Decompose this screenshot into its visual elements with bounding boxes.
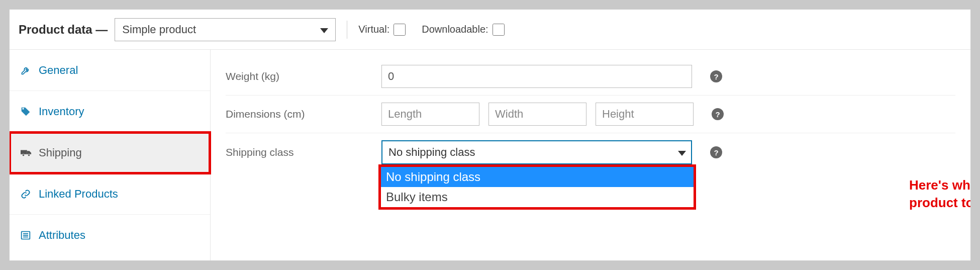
shipping-class-select[interactable]: No shipping class No shipping class Bulk… [381, 140, 692, 164]
downloadable-checkbox-wrap[interactable]: Downloadable: [422, 24, 504, 36]
panel-title: Product data — [19, 23, 108, 37]
svg-rect-1 [21, 150, 27, 154]
tag-icon [21, 107, 32, 117]
downloadable-checkbox[interactable] [493, 24, 505, 36]
divider [347, 21, 347, 39]
help-icon[interactable]: ? [712, 108, 724, 120]
panel-header: Product data — Simple product Virtual: D… [10, 10, 970, 50]
sidebar-item-inventory[interactable]: Inventory [10, 91, 210, 132]
shipping-class-label: Shipping class [226, 146, 381, 158]
weight-input[interactable] [381, 65, 692, 88]
product-type-select[interactable]: Simple product [115, 18, 336, 41]
shipping-class-selected[interactable]: No shipping class [381, 140, 692, 164]
dimensions-field-area: ? [381, 103, 724, 126]
sidebar-item-general[interactable]: General [10, 50, 210, 91]
dimensions-row: Dimensions (cm) ? [226, 96, 955, 133]
virtual-checkbox[interactable] [394, 24, 406, 36]
chevron-down-icon [678, 146, 686, 159]
virtual-checkbox-wrap[interactable]: Virtual: [358, 24, 406, 36]
width-input[interactable] [488, 103, 586, 126]
link-icon [21, 189, 32, 199]
product-data-panel: Product data — Simple product Virtual: D… [9, 9, 971, 261]
sidebar-item-label: Shipping [39, 146, 82, 159]
sidebar-item-label: Attributes [39, 229, 85, 242]
panel-body: General Inventory Shipping Linked Produc… [10, 50, 970, 260]
product-type-value: Simple product [122, 23, 196, 36]
sidebar-item-linked-products[interactable]: Linked Products [10, 173, 210, 215]
shipping-class-row: Shipping class No shipping class No ship… [226, 133, 955, 171]
annotation-text: Here's where you can assign a product to… [909, 176, 971, 212]
sidebar: General Inventory Shipping Linked Produc… [10, 50, 211, 260]
length-input[interactable] [381, 103, 479, 126]
sidebar-item-label: Linked Products [39, 188, 118, 201]
downloadable-label: Downloadable: [422, 24, 488, 35]
content-area: Weight (kg) ? Dimensions (cm) ? Shipping… [211, 50, 970, 260]
dimensions-label: Dimensions (cm) [226, 108, 381, 120]
help-icon[interactable]: ? [710, 146, 722, 158]
shipping-class-option[interactable]: No shipping class [381, 167, 694, 187]
weight-row: Weight (kg) ? [226, 62, 955, 96]
svg-point-3 [28, 154, 30, 156]
sidebar-item-label: General [39, 64, 78, 77]
chevron-down-icon [320, 23, 328, 36]
sidebar-item-attributes[interactable]: Attributes [10, 215, 210, 256]
virtual-label: Virtual: [358, 24, 389, 35]
svg-marker-0 [320, 28, 328, 33]
height-input[interactable] [596, 103, 694, 126]
shipping-class-option[interactable]: Bulky items [381, 187, 694, 207]
svg-marker-8 [678, 151, 686, 156]
shipping-class-value: No shipping class [388, 146, 475, 159]
weight-field-area: ? [381, 65, 722, 88]
sidebar-item-shipping[interactable]: Shipping [10, 132, 210, 173]
svg-point-2 [22, 154, 24, 156]
truck-icon [21, 149, 32, 157]
weight-label: Weight (kg) [226, 70, 381, 82]
shipping-class-dropdown: No shipping class Bulky items [378, 164, 696, 210]
wrench-icon [21, 65, 32, 75]
shipping-class-field-area: No shipping class No shipping class Bulk… [381, 140, 722, 164]
help-icon[interactable]: ? [710, 70, 722, 82]
list-icon [21, 230, 32, 240]
sidebar-item-label: Inventory [39, 105, 84, 118]
